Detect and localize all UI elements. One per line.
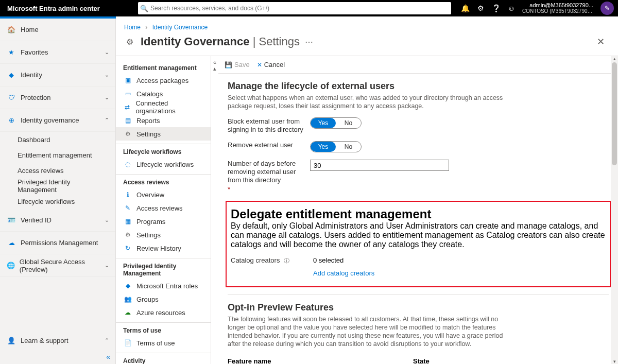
add-catalog-creators-link[interactable]: Add catalog creators	[313, 269, 374, 277]
diamond-icon: ◆	[123, 282, 132, 289]
more-actions-icon[interactable]: ⋯	[305, 37, 313, 47]
innernav-lifecycle[interactable]: ◌Lifecycle workflows	[116, 158, 211, 171]
toggle-remove-user[interactable]: Yes No	[310, 141, 362, 152]
cancel-label: Cancel	[264, 61, 285, 68]
leftnav-access-reviews[interactable]: Access reviews	[0, 163, 115, 178]
innernav-access-reviews[interactable]: ✎Access reviews	[116, 201, 211, 215]
leftnav-label: Verified ID	[21, 216, 52, 224]
input-days[interactable]	[310, 160, 449, 171]
settings-icon[interactable]: ⚙	[473, 0, 488, 16]
toggle-no[interactable]: No	[336, 118, 361, 128]
row-label: Number of days before removing external …	[228, 160, 310, 194]
leftnav-learn[interactable]: 👤Learn & support⌃	[0, 329, 115, 352]
account-email: admin@M365t9032790...	[522, 2, 593, 8]
cloud-icon: ☁	[123, 309, 132, 316]
page-title-sub: Settings	[259, 35, 300, 48]
leftnav-gsa[interactable]: 🌐Global Secure Access (Preview)⌄	[0, 254, 115, 277]
toggle-no[interactable]: No	[336, 142, 361, 152]
row-remove-user: Remove external user Yes No	[228, 141, 609, 152]
main-area: Home › Identity Governance ⚙ Identity Go…	[116, 19, 618, 364]
innernav-label: Groups	[136, 296, 159, 303]
row-label-text: Number of days before removing external …	[228, 160, 296, 184]
scroll-down-icon[interactable]: ▾	[611, 359, 618, 364]
avatar[interactable]: ✎	[600, 2, 614, 15]
content-area: 💾Save ✕Cancel Manage the lifecycle of ex…	[218, 56, 618, 364]
page-title-main: Identity Governance	[141, 35, 250, 48]
scroll-thumb[interactable]	[612, 62, 617, 165]
gear-icon: ⚙	[124, 36, 135, 47]
innernav-groups[interactable]: 👥Groups	[116, 292, 211, 306]
leftnav-label: Entitlement management	[18, 151, 92, 159]
section-title: Opt-in Preview Features	[228, 302, 609, 313]
innernav-connected-orgs[interactable]: ⇄Connected organizations	[116, 100, 211, 114]
innernav-reports[interactable]: ▤Reports	[116, 114, 211, 127]
leftnav-pim[interactable]: Privileged Identity Management	[0, 178, 115, 194]
info-icon[interactable]: ⓘ	[284, 257, 289, 264]
breadcrumb-home[interactable]: Home	[124, 24, 141, 31]
innernav-label: Reports	[136, 117, 160, 125]
brand-title: Microsoft Entra admin center	[0, 5, 107, 12]
info-icon: ℹ	[123, 191, 132, 198]
notifications-icon[interactable]: 🔔	[457, 0, 473, 16]
gear-icon: ⚙	[123, 130, 132, 137]
innernav-review-history[interactable]: ↻Review History	[116, 241, 211, 255]
leftnav-favorites[interactable]: ★Favorites⌄	[0, 41, 115, 64]
collapse-leftnav-icon[interactable]: «	[106, 353, 110, 361]
toggle-yes[interactable]: Yes	[311, 142, 336, 152]
content-scrollbar[interactable]: ▴ ▾	[611, 56, 618, 364]
col-feature-name: Feature name	[228, 357, 413, 364]
global-search-input[interactable]	[150, 5, 451, 12]
collapse-innernav-icon[interactable]: «▴	[211, 56, 218, 364]
innernav-label: Azure resources	[136, 309, 185, 317]
close-icon[interactable]: ✕	[597, 36, 605, 47]
scroll-up-icon[interactable]: ▴	[611, 56, 618, 61]
innernav-settings[interactable]: ⚙Settings	[116, 127, 211, 141]
innernav-label: Lifecycle workflows	[136, 161, 194, 168]
innernav-entra-roles[interactable]: ◆Microsoft Entra roles	[116, 279, 211, 292]
cancel-button[interactable]: ✕Cancel	[257, 61, 285, 68]
cloud-icon: ☁	[6, 239, 16, 247]
innernav-access-packages[interactable]: ▣Access packages	[116, 74, 211, 87]
breadcrumb-sep: ›	[145, 24, 147, 31]
help-icon[interactable]: ❔	[488, 0, 504, 16]
leftnav-identity-governance[interactable]: ⊕Identity governance⌃	[0, 109, 115, 132]
search-icon: 🔍	[138, 5, 150, 12]
leftnav-lifecycle[interactable]: Lifecycle workflows	[0, 194, 115, 209]
leftnav-home[interactable]: 🏠Home	[0, 19, 115, 41]
feedback-icon[interactable]: ☺	[504, 0, 519, 16]
leftnav-identity[interactable]: ◆Identity⌄	[0, 64, 115, 86]
innernav-tou[interactable]: 📄Terms of use	[116, 336, 211, 350]
leftnav-dashboard[interactable]: Dashboard	[0, 132, 115, 147]
row-label: Block external user from signing in to t…	[228, 117, 310, 134]
innernav-label: Settings	[136, 231, 161, 239]
account-info[interactable]: admin@M365t9032790... CONTOSO (M365T9032…	[519, 2, 596, 14]
innernav-label: Review History	[136, 245, 181, 252]
innernav-group-tou: Terms of use	[116, 322, 211, 336]
chevron-up-icon: ⌃	[105, 337, 109, 344]
global-search[interactable]: 🔍	[138, 2, 451, 14]
star-icon: ★	[6, 48, 16, 56]
left-nav: 🏠Home ★Favorites⌄ ◆Identity⌄ 🛡Protection…	[0, 19, 116, 364]
innernav-catalogs[interactable]: ▭Catalogs	[116, 87, 211, 100]
breadcrumb-current[interactable]: Identity Governance	[152, 24, 208, 31]
save-label: Save	[234, 61, 250, 68]
innernav-overview[interactable]: ℹOverview	[116, 188, 211, 201]
chevron-down-icon: ⌄	[105, 262, 109, 269]
save-button[interactable]: 💾Save	[225, 61, 250, 68]
leftnav-label: Permissions Management	[21, 239, 98, 247]
toggle-block-signin[interactable]: Yes No	[310, 117, 362, 129]
innernav-ar-settings[interactable]: ⚙Settings	[116, 228, 211, 241]
leftnav-protection[interactable]: 🛡Protection⌄	[0, 86, 115, 109]
program-icon: ▦	[123, 218, 132, 225]
leftnav-verified-id[interactable]: 🪪Verified ID⌄	[0, 209, 115, 232]
innernav-label: Programs	[136, 218, 165, 226]
innernav-azure-res[interactable]: ☁Azure resources	[116, 306, 211, 319]
section-desc: By default, only Global Administrators a…	[229, 221, 608, 249]
shield-icon: 🛡	[6, 94, 16, 101]
toggle-yes[interactable]: Yes	[311, 118, 336, 128]
leftnav-permissions[interactable]: ☁Permissions Management	[0, 232, 115, 254]
leftnav-entitlement-management[interactable]: Entitlement management	[0, 147, 115, 163]
home-icon: 🏠	[6, 26, 16, 33]
governance-icon: ⊕	[6, 116, 16, 124]
innernav-programs[interactable]: ▦Programs	[116, 215, 211, 228]
